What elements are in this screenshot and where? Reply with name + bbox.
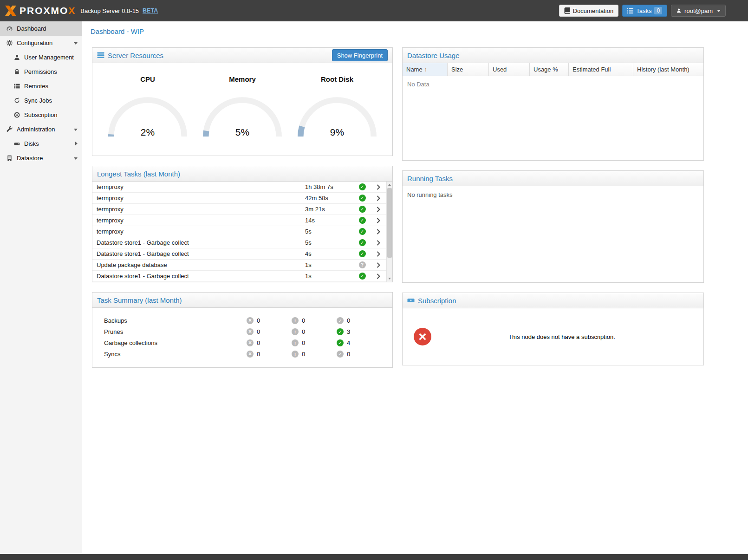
product-version: Backup Server 0.8-15: [80, 7, 139, 14]
memory-gauge: Memory 5%: [198, 75, 286, 138]
tasks-button[interactable]: Tasks 0: [622, 5, 667, 17]
column-header-name[interactable]: Name↑: [403, 63, 448, 76]
running-tasks-header: Running Tasks: [403, 171, 703, 186]
column-header-used[interactable]: Used: [489, 63, 530, 76]
documentation-button[interactable]: Documentation: [559, 5, 618, 17]
running-tasks-panel: Running Tasks No running tasks: [402, 170, 704, 283]
lock-icon: [13, 68, 20, 76]
cpu-gauge-value: 2%: [104, 127, 192, 138]
show-fingerprint-button[interactable]: Show Fingerprint: [332, 49, 388, 61]
chevron-down-icon[interactable]: [74, 129, 78, 131]
datastore-usage-columns: Name↑ Size Used Usage % Estimated Full H…: [403, 63, 703, 76]
ok-count-icon: [337, 351, 344, 358]
sidebar-item-sync-jobs[interactable]: Sync Jobs: [0, 93, 82, 108]
task-row[interactable]: termproxy 14s: [92, 215, 386, 226]
subscription-message: This node does not have a subscription.: [431, 333, 692, 340]
summary-row: Backups 0 0 0: [92, 315, 392, 326]
task-row[interactable]: termproxy 5s: [92, 226, 386, 237]
task-row[interactable]: Datastore store1 - Garbage collect 5s: [92, 237, 386, 248]
subscription-header: Subscription: [403, 293, 703, 308]
subscription-body: × This node does not have a subscription…: [403, 308, 703, 365]
page-title: Dashboard - WIP: [82, 21, 748, 39]
chevron-down-icon[interactable]: [74, 42, 78, 45]
brand-wordmark: PROXMOX: [20, 5, 76, 16]
user-icon: [13, 54, 20, 61]
chevron-right-icon[interactable]: [371, 273, 386, 279]
chevron-right-icon[interactable]: [371, 184, 386, 190]
task-summary-body: Backups 0 0 0 Prunes 0 0 3: [92, 308, 392, 367]
chevron-right-icon[interactable]: [75, 142, 78, 145]
beta-link[interactable]: BETA: [143, 7, 158, 14]
chevron-right-icon[interactable]: [371, 218, 386, 223]
task-row[interactable]: Datastore store1 - Garbage collect 1s: [92, 271, 386, 282]
running-tasks-empty: No running tasks: [403, 186, 703, 282]
sidebar-item-subscription[interactable]: Subscription: [0, 108, 82, 122]
chevron-right-icon[interactable]: [371, 240, 386, 246]
task-status-icon: [359, 273, 366, 280]
task-row[interactable]: Update package database 1s: [92, 260, 386, 271]
longest-tasks-panel: Longest Tasks (last Month) termproxy 1h …: [92, 166, 393, 282]
sidebar-item-remotes[interactable]: Remotes: [0, 79, 82, 93]
sidebar: Dashboard Configuration User Management: [0, 21, 82, 554]
task-status-icon: [359, 195, 366, 202]
datastore-usage-empty: No Data: [403, 76, 703, 160]
column-header-estimated-full[interactable]: Estimated Full: [569, 63, 633, 76]
task-summary-panel: Task Summary (last Month) Backups 0 0 0 …: [92, 292, 393, 368]
task-row[interactable]: Datastore store1 - Garbage collect 4s: [92, 248, 386, 260]
scroll-down-icon[interactable]: [387, 276, 392, 281]
task-row[interactable]: termproxy 42m 58s: [92, 193, 386, 204]
tachometer-icon: [6, 25, 13, 33]
task-row[interactable]: termproxy 1h 38m 7s: [92, 182, 386, 193]
datastore-usage-panel: Datastore Usage Name↑ Size Used Usage % …: [402, 47, 704, 161]
warning-count-icon: [292, 351, 299, 358]
building-icon: [6, 155, 13, 162]
task-summary-header: Task Summary (last Month): [92, 293, 392, 308]
task-status-icon: [359, 228, 366, 235]
scroll-up-icon[interactable]: [387, 182, 392, 188]
column-header-usage-pct[interactable]: Usage %: [530, 63, 569, 76]
server-bars-icon: [97, 52, 104, 59]
sidebar-item-dashboard[interactable]: Dashboard: [0, 21, 82, 36]
longest-tasks-header: Longest Tasks (last Month): [92, 166, 392, 182]
chevron-right-icon[interactable]: [371, 229, 386, 234]
ok-count-icon: [337, 317, 344, 324]
proxmox-logo: PROXMOX: [5, 5, 76, 16]
chevron-right-icon[interactable]: [371, 251, 386, 257]
error-count-icon: [247, 339, 254, 346]
summary-row: Garbage collections 0 0 4: [92, 337, 392, 348]
scrollbar-thumb[interactable]: [387, 188, 392, 258]
task-row[interactable]: termproxy 3m 21s: [92, 204, 386, 215]
column-header-size[interactable]: Size: [448, 63, 489, 76]
server-resources-header: Server Resources Show Fingerprint: [92, 48, 392, 63]
task-status-icon: [359, 183, 366, 190]
root-disk-gauge-value: 9%: [293, 127, 381, 138]
datastore-usage-header: Datastore Usage: [403, 48, 703, 63]
memory-gauge-value: 5%: [198, 127, 286, 138]
error-count-icon: [247, 328, 254, 335]
chevron-right-icon[interactable]: [371, 207, 386, 212]
server-resources-panel: Server Resources Show Fingerprint CPU: [92, 47, 393, 156]
sidebar-item-datastore[interactable]: Datastore: [0, 151, 82, 165]
sidebar-item-administration[interactable]: Administration: [0, 122, 82, 137]
refresh-icon: [13, 97, 20, 104]
sidebar-item-permissions[interactable]: Permissions: [0, 65, 82, 79]
scrollbar[interactable]: [386, 182, 392, 282]
topbar-actions: Documentation Tasks 0 root@pam: [559, 5, 748, 17]
chevron-right-icon[interactable]: [371, 262, 386, 268]
sidebar-item-user-management[interactable]: User Management: [0, 50, 82, 65]
app: PROXMOX Backup Server 0.8-15 BETA Docume…: [0, 0, 748, 560]
sidebar-item-configuration[interactable]: Configuration: [0, 36, 82, 50]
chevron-right-icon[interactable]: [371, 195, 386, 201]
error-count-icon: [247, 317, 254, 324]
chevron-down-icon: [717, 10, 721, 12]
user-icon: [676, 8, 682, 13]
ok-count-icon: [337, 328, 344, 335]
chevron-down-icon[interactable]: [74, 157, 78, 160]
wrench-icon: [6, 126, 13, 133]
task-status-icon: [359, 250, 366, 257]
task-list-icon: [627, 8, 633, 13]
column-header-history[interactable]: History (last Month): [633, 63, 703, 76]
warning-count-icon: [292, 339, 299, 346]
user-menu-button[interactable]: root@pam: [671, 5, 726, 17]
sidebar-item-disks[interactable]: Disks: [0, 137, 82, 151]
